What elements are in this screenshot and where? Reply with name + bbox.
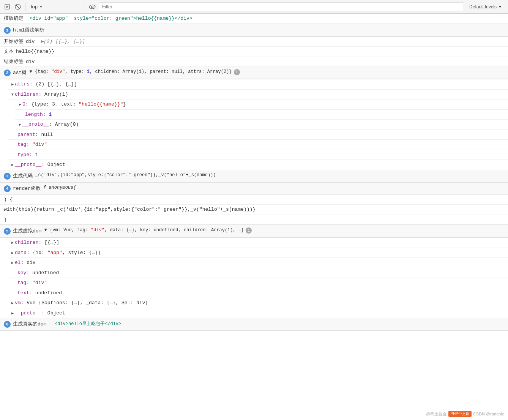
prop-value: null [41, 131, 53, 139]
prop-value: [{…}] [44, 239, 59, 246]
watermark-badge: PHP中文网 [448, 411, 472, 417]
prop-value: 1 [49, 111, 52, 118]
expand-arrow[interactable] [11, 92, 14, 98]
code-line: } [4, 216, 7, 224]
list-item: __proto__: Object [8, 160, 508, 170]
divider-2 [85, 3, 85, 11]
prop-label: key: [17, 269, 29, 277]
section-3-badge: 3 [4, 173, 11, 180]
list-item: ) { [0, 195, 508, 205]
prop-value: Object [47, 161, 65, 169]
list-item: tag: "div" [8, 140, 508, 150]
expand-arrow[interactable] [11, 240, 14, 246]
prop-value: undefined [35, 289, 62, 297]
section-4-content: ) { with(this){return _c('div',{id:"app"… [0, 195, 508, 226]
expand-arrow[interactable] [19, 102, 21, 107]
prop-label: length: [25, 111, 46, 118]
label-text: 文本 [4, 48, 14, 55]
section-1-title: html语法解析 [13, 27, 44, 33]
list-item: with(this){return _c('div',{id:"app",sty… [0, 205, 508, 215]
section-5-summary: ▼ {vm: Vue, tag: "div", data: {…}, key: … [41, 227, 244, 233]
section-5-header: 5 生成虚拟dom ▼ {vm: Vue, tag: "div", data: … [0, 225, 508, 238]
list-item: 结束标签 div [0, 57, 508, 67]
section-1-content: 开始标签 div ▶(2) [{…}, {…}] 文本 hello{{name}… [0, 37, 508, 67]
context-arrow: ▼ [39, 5, 43, 9]
svg-marker-1 [6, 6, 8, 8]
prop-label: tag: [17, 279, 29, 287]
prop-value: 1 [35, 151, 38, 159]
section-4-header: 4 render函数 f anonymous( [0, 183, 508, 195]
filter-input[interactable] [99, 2, 464, 11]
expand-arrow[interactable] [11, 300, 14, 306]
section-4-badge: 4 [4, 185, 11, 192]
prop-value: Array(0) [55, 121, 79, 128]
levels-arrow: ▼ [498, 5, 502, 9]
section-6-badge: 6 [4, 321, 11, 328]
console-content: 模版确定 <div id="app" style="color: green">… [0, 14, 508, 331]
stop-button[interactable] [14, 3, 22, 11]
value-end-tag: div [26, 58, 35, 66]
watermark-csdn: @稀土掘金 [426, 411, 447, 417]
levels-button[interactable]: Default levels ▼ [466, 3, 505, 10]
play-button[interactable] [3, 3, 11, 11]
expand-arrow[interactable] [19, 122, 21, 128]
eye-button[interactable] [88, 3, 96, 11]
prop-value: undefined [32, 269, 59, 277]
expand-arrow[interactable] [11, 162, 14, 168]
expand-arrow[interactable] [11, 250, 14, 256]
prop-value: div [27, 259, 35, 267]
code-line: ) { [4, 196, 13, 204]
section-6-title: 生成真实的dom [13, 321, 46, 327]
section-1-header: 1 html语法解析 [0, 24, 508, 37]
watermark: @稀土掘金 PHP中文网 CSDN @rananie [426, 411, 504, 417]
section-3-code: _c('div',{id:"app",style:{"color":" gree… [33, 172, 216, 178]
list-item: children: [{…}] [8, 238, 508, 248]
svg-line-3 [16, 5, 20, 9]
code-line: with(this){return _c('div',{id:"app",sty… [4, 206, 256, 213]
expand-arrow[interactable] [11, 82, 14, 87]
label-start-tag: 开始标签 [4, 38, 24, 46]
value-start-tag: div ▶(2) [{…}, {…}] [26, 38, 85, 46]
section-2-header: 2 ast树 ▼ {tag: "div", type: 1, children:… [0, 67, 508, 79]
list-item: __proto__: Object [8, 308, 508, 319]
console-toolbar: top ▼ Default levels ▼ [0, 0, 508, 14]
list-item: type: 1 [8, 150, 508, 160]
expand-arrow[interactable] [11, 260, 14, 266]
prop-label: __proto__: [22, 121, 52, 128]
list-item: 开始标签 div ▶(2) [{…}, {…}] [0, 37, 508, 47]
context-selector[interactable]: top ▼ [28, 3, 82, 10]
section-0-text: 模版确定 <div id="app" style="color: green">… [4, 15, 192, 22]
label-end-tag: 结束标签 [4, 58, 24, 66]
prop-label: data: [15, 249, 30, 257]
prop-value: "div" [32, 279, 47, 287]
svg-point-4 [89, 5, 95, 9]
prop-label: __proto__: [15, 161, 44, 169]
prop-label: vm: [15, 299, 24, 307]
list-item: 0: {type: 3, text: "hello{{name}}"} [15, 99, 508, 110]
list-item: __proto__: Array(0) [15, 120, 508, 130]
prop-label: tag: [17, 141, 29, 148]
list-item: 文本 hello{{name}} [0, 47, 508, 57]
info-icon-5[interactable]: i [246, 227, 252, 234]
prop-value: Object [47, 309, 65, 317]
divider-1 [25, 3, 25, 11]
list-item: key: undefined [8, 268, 508, 278]
section-5-content: children: [{…}] data: {id: "app", style:… [0, 238, 508, 318]
prop-label: parent: [17, 131, 38, 139]
prop-label: el: [15, 259, 24, 267]
section-2-title: ast树 [13, 69, 27, 76]
list-item: text: undefined [8, 288, 508, 298]
prop-label: type: [17, 151, 32, 159]
section-4-title: render函数 [13, 185, 41, 192]
info-icon-2[interactable]: i [234, 69, 240, 75]
watermark-author: CSDN @rananie [473, 412, 504, 416]
prop-value: (2) [{…}, {…}] [36, 81, 77, 88]
expand-arrow[interactable] [11, 311, 14, 316]
section-3-title: 生成代码 [13, 172, 33, 179]
section-1-badge: 1 [4, 27, 11, 34]
prop-value: {type: 3, text: "hello{{name}}"} [31, 101, 126, 108]
section-5-title: 生成虚拟dom [13, 227, 41, 234]
list-item: tag: "div" [8, 278, 508, 288]
prop-label: children: [15, 239, 41, 246]
list-item: el: div [8, 258, 508, 268]
